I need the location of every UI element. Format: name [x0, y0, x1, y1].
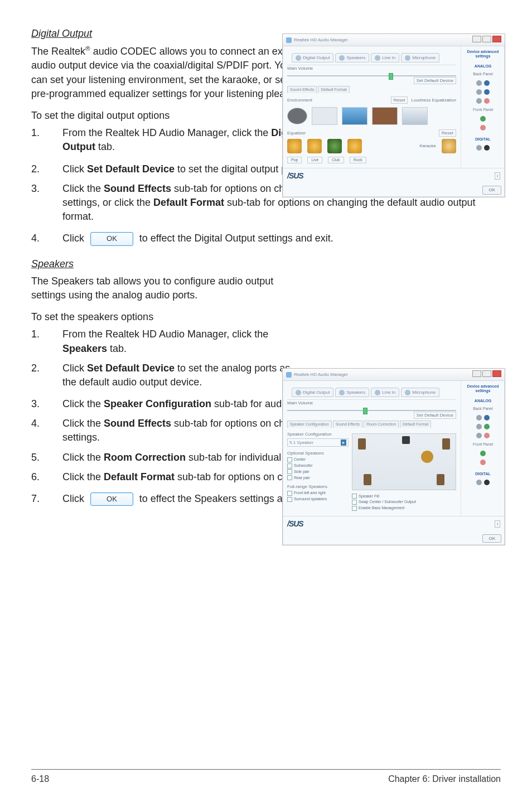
ok-button[interactable]: OK: [90, 492, 133, 506]
jack-port[interactable]: [476, 89, 482, 95]
front-panel-label: Front Panel: [473, 107, 493, 113]
step-ok-prefix: Click: [62, 493, 84, 504]
jack-port[interactable]: [480, 125, 486, 131]
checkbox-item[interactable]: Surround speakers: [287, 496, 349, 502]
speakers-heading: Speakers: [31, 257, 501, 271]
checkbox-item[interactable]: Subwoofer: [287, 463, 349, 468]
digital-header: DIGITAL: [475, 137, 490, 142]
checkbox-item[interactable]: Rear pair: [287, 475, 349, 481]
device-tab[interactable]: Digital Output: [292, 53, 333, 62]
device-tab[interactable]: Speakers: [335, 53, 369, 62]
checkbox-item[interactable]: Front left and right: [287, 490, 349, 496]
set-default-device-button[interactable]: Set Default Device: [414, 412, 456, 419]
karaoke-icon[interactable]: [442, 139, 456, 153]
window-controls[interactable]: [471, 36, 501, 44]
jack-port[interactable]: [484, 480, 490, 485]
speaker-config-select[interactable]: 5.1 Speaker▸: [287, 438, 349, 447]
device-tabs[interactable]: Digital OutputSpeakersLine InMicrophone: [287, 384, 456, 400]
tab-icon: [405, 390, 410, 395]
env-preset[interactable]: [372, 107, 398, 125]
jack-port[interactable]: [484, 415, 490, 421]
device-tab[interactable]: Microphone: [401, 53, 439, 62]
digital-header: DIGITAL: [475, 472, 490, 476]
info-icon[interactable]: i: [495, 172, 500, 180]
eq-preset-icon[interactable]: [287, 139, 302, 153]
digital-output-screenshot: Realtek HD Audio Manager Digital OutputS…: [282, 33, 505, 197]
jack-port[interactable]: [480, 116, 486, 122]
step-number: 3.: [31, 397, 62, 411]
device-tabs[interactable]: Digital OutputSpeakersLine InMicrophone: [287, 50, 456, 65]
main-volume-slider[interactable]: [287, 75, 456, 76]
tab-icon: [375, 390, 380, 395]
device-tab[interactable]: Digital Output: [292, 388, 333, 397]
checkbox-item[interactable]: Side pair: [287, 469, 349, 475]
equalizer-label: Equalizer: [287, 130, 306, 136]
env-preset[interactable]: [287, 108, 307, 124]
sub-tab[interactable]: Room Correction: [364, 421, 399, 428]
sub-tab[interactable]: Default Format: [318, 86, 349, 93]
checkbox-item[interactable]: Speaker Fill: [352, 494, 456, 499]
env-preset[interactable]: [342, 107, 367, 125]
eq-preset-button[interactable]: Club: [328, 157, 344, 163]
jack-port[interactable]: [480, 451, 486, 456]
sub-tab[interactable]: Sound Effects: [333, 421, 362, 428]
jack-port[interactable]: [484, 89, 490, 95]
jack-port[interactable]: [476, 424, 482, 429]
digital-sub-tabs[interactable]: Sound EffectsDefault Format: [287, 86, 456, 93]
device-tab[interactable]: Line In: [371, 53, 399, 62]
checkbox-item[interactable]: Center: [287, 457, 349, 462]
jack-port[interactable]: [476, 145, 482, 151]
karaoke-label: Karaoke: [419, 143, 436, 149]
eq-preset-icon[interactable]: [327, 139, 342, 153]
device-tab[interactable]: Microphone: [401, 388, 439, 397]
checkbox-item[interactable]: Swap Center / Subwoofer Output: [352, 499, 456, 505]
ok-button[interactable]: OK: [90, 232, 133, 245]
speaker-layout-canvas[interactable]: [352, 433, 456, 490]
eq-preset-button[interactable]: Live: [307, 157, 322, 163]
sub-tab[interactable]: Default Format: [400, 421, 431, 428]
ok-button[interactable]: OK: [482, 534, 501, 543]
tab-icon: [405, 55, 410, 61]
eq-preset-button[interactable]: Rock: [350, 157, 366, 163]
sub-tab[interactable]: Speaker Configuration: [287, 421, 332, 428]
app-icon: [286, 37, 292, 43]
jack-port[interactable]: [476, 80, 482, 86]
eq-preset-button[interactable]: Pop: [287, 157, 302, 163]
page-footer: 6-18 Chapter 6: Driver installation: [31, 769, 501, 785]
reset-button[interactable]: Reset: [391, 96, 408, 104]
env-preset[interactable]: [402, 107, 428, 125]
eq-preset-icon[interactable]: [307, 139, 322, 153]
device-tab[interactable]: Line In: [371, 388, 399, 397]
jack-port[interactable]: [476, 480, 482, 485]
speakers-sub-tabs[interactable]: Speaker ConfigurationSound EffectsRoom C…: [287, 421, 456, 428]
jack-port[interactable]: [476, 98, 482, 104]
jack-port[interactable]: [484, 433, 490, 438]
jack-port[interactable]: [484, 98, 490, 104]
env-preset[interactable]: [312, 107, 337, 125]
fullrange-list: Front left and rightSurround speakers: [287, 490, 349, 502]
jack-port[interactable]: [476, 433, 482, 438]
environment-label: Environment: [287, 97, 312, 103]
main-volume-slider[interactable]: [287, 410, 456, 411]
set-default-device-button[interactable]: Set Default Device: [414, 77, 456, 84]
jack-port[interactable]: [476, 415, 482, 421]
analog-header: ANALOG: [475, 64, 491, 69]
step-number: 4.: [31, 231, 62, 245]
jack-port[interactable]: [484, 424, 490, 429]
info-icon[interactable]: i: [495, 520, 500, 528]
jack-port[interactable]: [480, 460, 486, 465]
reset-button[interactable]: Reset: [439, 129, 456, 137]
device-advanced-link[interactable]: Device advanced settings: [463, 384, 502, 393]
device-advanced-link[interactable]: Device advanced settings: [463, 50, 502, 58]
optional-speakers-header: Optional Speakers: [287, 450, 349, 456]
ok-button[interactable]: OK: [482, 186, 501, 194]
checkbox-item[interactable]: Enable Bass Management: [352, 505, 456, 511]
jack-port[interactable]: [484, 145, 490, 151]
speaker-config-label: Speaker Configuration: [287, 431, 349, 437]
step-number: 5.: [31, 451, 62, 465]
device-tab[interactable]: Speakers: [335, 388, 369, 397]
window-controls[interactable]: [471, 370, 501, 379]
jack-port[interactable]: [484, 80, 490, 86]
sub-tab[interactable]: Sound Effects: [287, 86, 317, 93]
eq-preset-icon[interactable]: [347, 139, 362, 153]
